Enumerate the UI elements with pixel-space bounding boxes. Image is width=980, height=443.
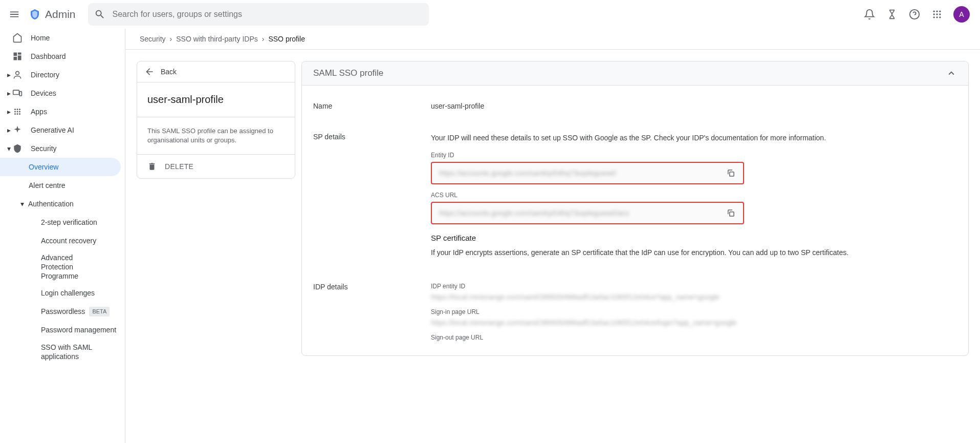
trash-icon [147, 162, 157, 171]
idp-details-row: IDP details IDP entity ID https://local.… [313, 268, 957, 344]
acs-url-label: ACS URL [431, 192, 957, 199]
delete-button[interactable]: DELETE [137, 155, 295, 178]
sidebar-label: Authentication [28, 200, 74, 208]
signin-url-value: https://local.miniorange.com/saml/289505… [431, 319, 957, 327]
sp-description: Your IDP will need these details to set … [431, 133, 957, 143]
breadcrumb-security[interactable]: Security [140, 35, 166, 43]
copy-icon [726, 168, 735, 178]
sidebar-label: SSO with SAML applications [41, 343, 102, 361]
back-button[interactable]: Back [137, 61, 295, 82]
card-header[interactable]: SAML SSO profile [302, 61, 968, 86]
sidebar-item-passwordless[interactable]: Passwordless BETA [0, 303, 121, 321]
beta-badge: BETA [89, 307, 110, 316]
person-icon [12, 70, 23, 80]
sidebar-label: Devices [31, 89, 56, 97]
sidebar-label: Apps [31, 108, 47, 116]
sidebar-item-login-challenges[interactable]: Login challenges [0, 284, 121, 303]
search-bar[interactable] [88, 3, 429, 26]
card-title: SAML SSO profile [313, 68, 383, 78]
idp-entity-label: IDP entity ID [431, 283, 957, 290]
sidebar-label: Overview [29, 163, 58, 171]
acs-url-value: https://accounts.google.com/samlrp/04hq7… [439, 209, 722, 217]
sp-cert-heading: SP certificate [431, 234, 957, 242]
sidebar-item-home[interactable]: Home [0, 29, 121, 47]
breadcrumb-sso-third-party[interactable]: SSO with third-party IDPs [176, 35, 258, 43]
svg-point-17 [14, 109, 16, 110]
svg-rect-16 [19, 92, 21, 96]
signout-url-label: Sign-out page URL [431, 334, 957, 341]
tasks-button[interactable] [882, 4, 902, 25]
sidebar-item-apps[interactable]: ▸ Apps [0, 102, 121, 121]
account-button[interactable]: A [951, 4, 972, 25]
svg-point-2 [936, 11, 938, 12]
chevron-right-icon: ▸ [5, 71, 12, 79]
svg-point-25 [19, 113, 20, 115]
copy-entity-id-button[interactable] [722, 164, 740, 182]
search-input[interactable] [112, 9, 423, 19]
sidebar-item-devices[interactable]: ▸ Devices [0, 84, 121, 102]
svg-point-8 [936, 16, 938, 18]
sidebar-item-directory[interactable]: ▸ Directory [0, 66, 121, 84]
chevron-up-icon[interactable] [946, 68, 957, 79]
sidebar-item-security[interactable]: ▾ Security [0, 139, 121, 158]
svg-rect-26 [730, 172, 734, 176]
sidebar-item-account-recovery[interactable]: Account recovery [0, 231, 121, 250]
sidebar-item-dashboard[interactable]: Dashboard [0, 47, 121, 66]
shield-icon [12, 143, 23, 154]
svg-point-1 [933, 11, 935, 12]
svg-rect-15 [13, 90, 19, 94]
sidebar-item-advanced-protection[interactable]: Advanced Protection Programme [0, 250, 102, 284]
svg-point-20 [14, 111, 16, 113]
idp-entity-value: https://local.miniorange.com/saml/289505… [431, 293, 957, 301]
sidebar-label: Alert centre [29, 181, 66, 189]
search-icon [94, 9, 105, 20]
help-button[interactable] [904, 4, 925, 25]
name-label: Name [313, 102, 431, 110]
breadcrumb-current: SSO profile [268, 35, 305, 43]
svg-point-4 [933, 13, 935, 15]
svg-point-3 [939, 11, 941, 12]
apps-button[interactable] [927, 4, 947, 25]
sidebar-item-authentication[interactable]: ▾ Authentication [0, 195, 121, 213]
svg-point-7 [933, 16, 935, 18]
sidebar-item-2step[interactable]: 2-step verification [0, 213, 121, 231]
svg-point-21 [17, 111, 18, 113]
hourglass-icon [887, 9, 897, 19]
sidebar-label: Passwordless [41, 307, 85, 316]
content-area: Security › SSO with third-party IDPs › S… [125, 29, 980, 443]
svg-point-9 [939, 16, 941, 18]
sidebar-item-overview[interactable]: Overview [0, 158, 121, 176]
breadcrumb: Security › SSO with third-party IDPs › S… [125, 29, 980, 50]
sidebar-item-sso-saml-apps[interactable]: SSO with SAML applications [0, 340, 102, 364]
sidebar-label: Login challenges [41, 288, 95, 298]
svg-point-23 [14, 113, 16, 115]
help-icon [909, 9, 920, 20]
home-icon [12, 33, 23, 43]
entity-id-field: https://accounts.google.com/samlrp/04hq7… [431, 162, 744, 184]
svg-rect-10 [14, 53, 17, 56]
svg-point-19 [19, 109, 20, 110]
profile-side-card: Back user-saml-profile This SAML SSO pro… [137, 61, 295, 179]
sidebar: Home Dashboard ▸ Directory ▸ Devices ▸ A… [0, 29, 125, 443]
sidebar-label: Account recovery [41, 236, 96, 245]
sidebar-item-password-management[interactable]: Password management [0, 321, 121, 340]
entity-id-label: Entity ID [431, 152, 957, 159]
menu-button[interactable] [4, 4, 25, 25]
sidebar-label: Dashboard [31, 52, 66, 60]
logo[interactable]: Admin [29, 8, 76, 20]
chevron-right-icon: ▸ [5, 108, 12, 116]
sp-details-label: SP details [313, 133, 431, 258]
notifications-button[interactable] [859, 4, 880, 25]
header-actions: A [859, 4, 972, 25]
sidebar-item-generative-ai[interactable]: ▸ Generative AI [0, 121, 121, 139]
svg-point-24 [17, 113, 18, 115]
svg-point-5 [936, 13, 938, 15]
chevron-right-icon: › [262, 35, 265, 43]
copy-acs-url-button[interactable] [722, 204, 740, 222]
chevron-right-icon: ▸ [5, 89, 12, 97]
apps-icon [12, 107, 23, 116]
chevron-right-icon: ▸ [5, 126, 12, 134]
svg-rect-13 [14, 57, 17, 60]
header: Admin A [0, 0, 980, 29]
sidebar-item-alert-centre[interactable]: Alert centre [0, 176, 121, 195]
